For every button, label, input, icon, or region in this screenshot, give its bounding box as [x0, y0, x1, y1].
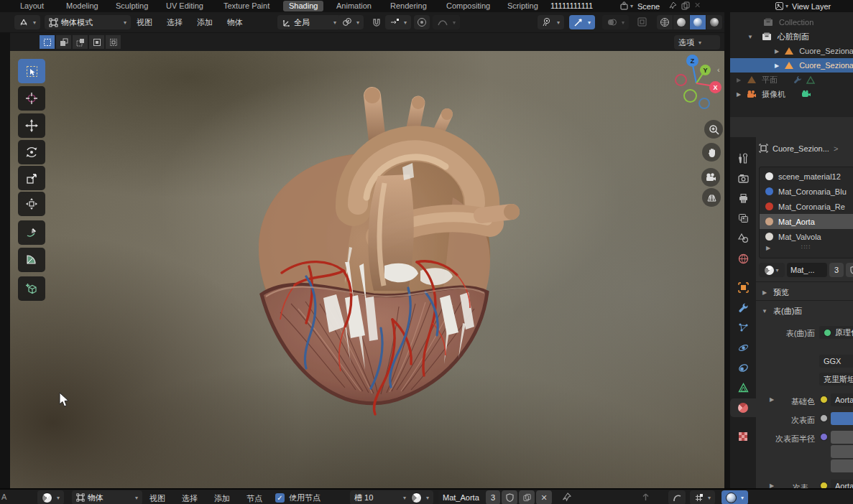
tool-move[interactable]: [18, 113, 45, 138]
outliner-row-object1[interactable]: ▶ Cuore_Sezional: [730, 44, 853, 58]
tool-measure[interactable]: [18, 248, 45, 272]
browse-material-button[interactable]: ▾: [407, 490, 433, 504]
snap-curve-icon[interactable]: [668, 490, 686, 504]
unlink-scene-icon[interactable]: ✕: [694, 1, 701, 10]
base-color-value-button[interactable]: Aorta: [831, 393, 853, 406]
workspace-tab-compositing[interactable]: Compositing: [446, 1, 490, 11]
shading-solid-icon[interactable]: [673, 15, 689, 29]
gizmos-toggle-dropdown[interactable]: ▾: [569, 15, 595, 29]
material-name-field[interactable]: Mat_Aorta: [438, 490, 487, 504]
workspace-tab-texture-paint[interactable]: Texture Paint: [223, 1, 269, 11]
expand-arrow-icon[interactable]: ▶: [734, 91, 743, 98]
scene-selector[interactable]: ▾ Scene: [619, 1, 660, 11]
pivot-point-dropdown[interactable]: ▾: [338, 15, 364, 29]
tab-scene-icon[interactable]: [730, 229, 756, 248]
shader-menu-node[interactable]: 节点: [241, 493, 268, 504]
view-layer-selector[interactable]: ▾ View Layer: [775, 1, 831, 11]
gizmo-x-axis[interactable]: X: [709, 81, 721, 93]
select-mode-subtract-icon[interactable]: [73, 35, 88, 49]
shader-editor-type-button[interactable]: ▾: [37, 490, 64, 504]
tab-particles-icon[interactable]: [730, 318, 756, 337]
shading-rendered-icon[interactable]: [706, 15, 722, 29]
overlays-dropdown[interactable]: ▾: [602, 15, 629, 29]
material-slot[interactable]: Mat_Coronaria_Re: [760, 199, 853, 214]
tool-rotate[interactable]: [18, 140, 45, 164]
tool-options-dropdown[interactable]: 选项 ▾: [674, 35, 720, 50]
tab-tool-icon[interactable]: [730, 149, 756, 167]
gizmo-neg-x-axis[interactable]: [675, 74, 687, 86]
new-scene-icon[interactable]: [681, 1, 690, 10]
workspace-tab-uv-editing[interactable]: UV Editing: [166, 1, 203, 11]
tab-world-icon[interactable]: [730, 249, 756, 268]
fake-user-shield-icon[interactable]: [846, 263, 853, 277]
snap-settings-dropdown[interactable]: ▾: [385, 15, 411, 29]
breadcrumb-object-name[interactable]: Cuore_Sezion...: [773, 144, 829, 153]
pin-icon[interactable]: [562, 493, 571, 502]
radius-field-y[interactable]: 1: [831, 445, 853, 458]
select-mode-extend-icon[interactable]: [56, 35, 71, 49]
falloff-dropdown[interactable]: ▾: [433, 15, 460, 29]
select-mode-set-icon[interactable]: [40, 35, 55, 49]
unlink-material-icon[interactable]: ✕: [536, 490, 552, 504]
collapse-arrow-icon[interactable]: ▼: [746, 34, 755, 40]
gizmo-z-axis[interactable]: Z: [686, 55, 698, 67]
outliner-row-camera[interactable]: ▶ 摄像机: [730, 87, 853, 101]
tab-material-icon[interactable]: [730, 398, 756, 417]
expand-arrow-icon[interactable]: ▶: [734, 77, 743, 83]
fake-user-shield-icon[interactable]: [502, 490, 517, 504]
resize-grip[interactable]: ∷∷: [801, 243, 811, 251]
orthographic-toggle-button[interactable]: [702, 188, 721, 207]
tab-object-data-icon[interactable]: [730, 378, 756, 397]
subsurface-slider[interactable]: 0: [831, 412, 853, 425]
slot-dropdown[interactable]: 槽 10 ▾: [350, 490, 410, 504]
mode-dropdown[interactable]: 物体模式 ▾: [45, 15, 131, 29]
workspace-tab-layout[interactable]: Layout: [20, 1, 44, 11]
material-slot-selected[interactable]: Mat_Aorta: [760, 214, 853, 229]
select-mode-invert-icon[interactable]: [89, 35, 104, 49]
material-users-button[interactable]: 3: [829, 263, 844, 277]
tool-scale[interactable]: [18, 166, 45, 190]
expand-arrow-icon[interactable]: ▶: [775, 62, 779, 69]
tab-render-icon[interactable]: [730, 169, 756, 187]
snap-magnet-icon[interactable]: [371, 17, 382, 28]
camera-view-button[interactable]: [701, 168, 720, 187]
outliner-row-heart-collection[interactable]: ▼ 心脏剖面: [730, 29, 853, 44]
tab-output-icon[interactable]: [730, 189, 756, 207]
tab-modifiers-icon[interactable]: [730, 298, 756, 317]
show-overlays-dropdown[interactable]: ▾: [538, 15, 564, 29]
proportional-editing-icon[interactable]: [414, 15, 430, 29]
zoom-button[interactable]: [704, 120, 723, 139]
preview-sphere-dropdown[interactable]: ▾: [721, 490, 748, 504]
shader-menu-add[interactable]: 添加: [208, 493, 236, 504]
parent-node-arrow-icon[interactable]: [641, 493, 650, 502]
material-users-button[interactable]: 3: [486, 490, 500, 504]
menu-add[interactable]: 添加: [191, 17, 218, 28]
workspace-tab-shading[interactable]: Shading: [283, 1, 323, 11]
editor-type-button[interactable]: ▾: [14, 15, 40, 29]
menu-object[interactable]: 物体: [221, 17, 249, 28]
workspace-tab-scripting[interactable]: Scripting: [507, 1, 538, 11]
radius-field-x[interactable]: [831, 431, 853, 444]
outliner-row-plane[interactable]: ▶ 平面: [730, 73, 853, 87]
editor-divider[interactable]: [724, 12, 730, 488]
workspace-tab-rendering[interactable]: Rendering: [390, 1, 427, 11]
workspace-tab-animation[interactable]: Animation: [336, 1, 372, 11]
pin-icon[interactable]: [668, 1, 677, 10]
shading-wireframe-icon[interactable]: [657, 15, 673, 29]
shader-menu-view[interactable]: 视图: [144, 493, 171, 504]
gizmo-y-axis[interactable]: Y: [700, 65, 711, 75]
workspace-tab-modeling[interactable]: Modeling: [66, 1, 98, 11]
tab-constraints-icon[interactable]: [730, 358, 756, 377]
use-nodes-toggle[interactable]: ✓ 使用节点: [275, 493, 321, 503]
shader-menu-select[interactable]: 选择: [176, 493, 203, 504]
sidebar-collapse-arrow[interactable]: ‹: [717, 65, 720, 74]
tool-add-cube[interactable]: [18, 276, 45, 301]
select-mode-intersect-icon[interactable]: [106, 35, 121, 49]
shading-material-preview-icon[interactable]: [690, 15, 706, 29]
shader-type-dropdown[interactable]: 物体 ▾: [72, 490, 142, 504]
gizmo-neg-z-axis[interactable]: [698, 98, 710, 109]
navigation-gizmo[interactable]: Z Y X: [671, 55, 721, 105]
surface-panel-header[interactable]: ▼ 表(曲)面: [760, 306, 802, 317]
material-slot[interactable]: Mat_Coronaria_Blu: [760, 184, 853, 199]
tool-transform[interactable]: [18, 192, 45, 216]
